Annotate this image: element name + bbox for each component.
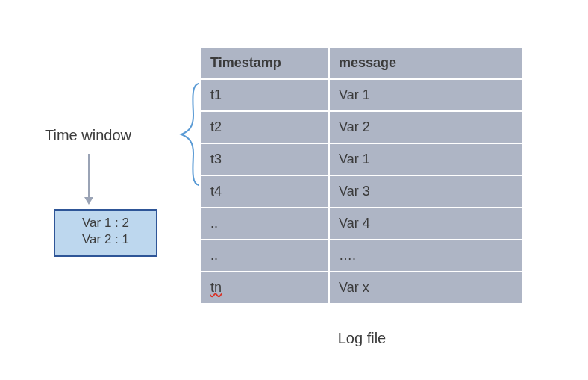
table-caption: Log file [201, 330, 522, 347]
cell-timestamp: .. [201, 240, 330, 271]
cell-timestamp: t3 [201, 144, 330, 175]
table-row: t1 Var 1 [201, 80, 522, 110]
cell-message: …. [330, 240, 522, 271]
cell-message: Var 2 [330, 112, 522, 143]
header-timestamp: Timestamp [201, 48, 330, 78]
cell-message: Var 1 [330, 144, 522, 175]
cell-timestamp: .. [201, 208, 330, 239]
cell-message: Var 4 [330, 208, 522, 239]
log-table: Timestamp message t1 Var 1 t2 Var 2 t3 V… [201, 46, 522, 305]
cell-timestamp: t1 [201, 80, 330, 110]
cell-timestamp: t2 [201, 112, 330, 143]
bracket-icon [178, 82, 201, 187]
cell-message: Var 3 [330, 176, 522, 207]
table-row: t4 Var 3 [201, 176, 522, 207]
time-window-label: Time window [45, 127, 131, 144]
cell-message: Var 1 [330, 80, 522, 110]
table-row: t2 Var 2 [201, 112, 522, 143]
result-line: Var 2 : 1 [63, 231, 148, 248]
table-row: .. Var 4 [201, 208, 522, 239]
result-line: Var 1 : 2 [63, 215, 148, 231]
cell-timestamp: t4 [201, 176, 330, 207]
header-message: message [330, 48, 522, 78]
cell-timestamp: tn [201, 272, 330, 303]
table-row: t3 Var 1 [201, 144, 522, 175]
table-header-row: Timestamp message [201, 48, 522, 78]
time-window-result-box: Var 1 : 2 Var 2 : 1 [54, 209, 157, 257]
cell-message: Var x [330, 272, 522, 303]
table-row: tn Var x [201, 272, 522, 303]
table-row: .. …. [201, 240, 522, 271]
